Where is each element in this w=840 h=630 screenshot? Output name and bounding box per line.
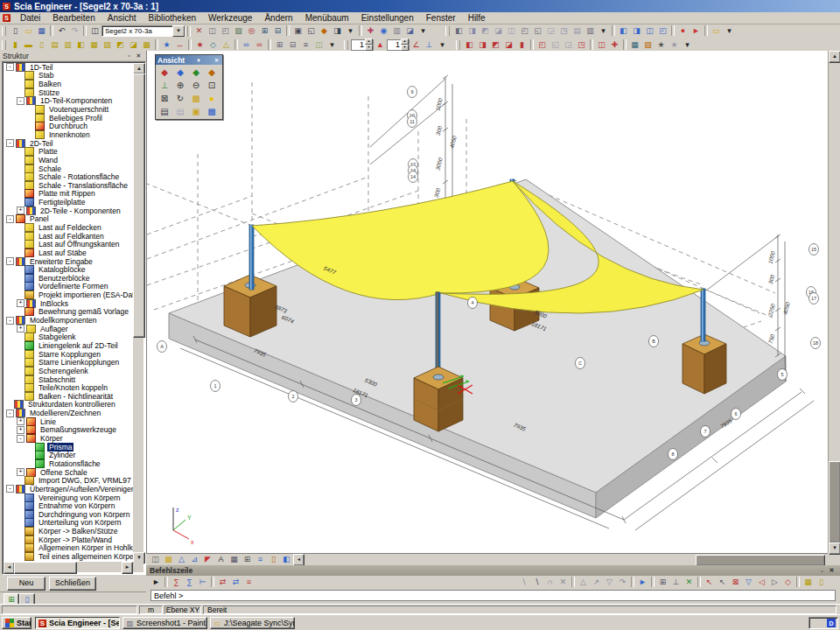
axis2-icon[interactable]: ∠ (410, 39, 423, 51)
pin-icon[interactable]: ▫ (817, 568, 827, 574)
grid3-icon[interactable]: ⊞ (241, 554, 254, 565)
expand-box-icon[interactable]: + (17, 426, 24, 434)
orbit-icon[interactable]: ↻ (172, 92, 188, 105)
props-icon[interactable]: ▥ (390, 25, 403, 37)
opening-icon[interactable]: ◩ (114, 39, 127, 51)
truss-icon[interactable]: ▤ (48, 39, 61, 51)
toolbar-grip[interactable] (2, 40, 6, 50)
tree-item[interactable]: Innenknoten (4, 130, 133, 139)
copy-icon[interactable]: ◫ (206, 25, 219, 37)
scroll-up-icon[interactable]: ▲ (829, 51, 840, 63)
cut-icon[interactable]: ✕ (192, 25, 206, 37)
wnd4-icon[interactable]: ◪ (492, 25, 505, 37)
tree-item[interactable]: -1D-Teil (4, 63, 133, 72)
line2-icon[interactable]: ∖ (530, 577, 543, 588)
befehlszeile-header[interactable]: Befehlszeile ▫ ✕ (146, 565, 840, 576)
mv1-icon[interactable]: ◰ (536, 39, 549, 51)
tree-item[interactable]: Körper -> Balken/Stütze (4, 527, 133, 536)
script-icon[interactable]: ≡ (254, 554, 267, 565)
cfg-dd-icon[interactable]: ▾ (681, 39, 694, 51)
screen-icon[interactable]: ◧ (280, 554, 293, 565)
close-icon[interactable]: ✕ (134, 52, 144, 60)
tree-item[interactable]: Schale (4, 164, 133, 173)
tree-item[interactable]: -Modellieren/Zeichnen (4, 409, 133, 417)
pointer-icon[interactable]: ► (150, 577, 163, 588)
tree-item[interactable]: Last auf Feldkanten (4, 232, 133, 241)
tree-item[interactable]: +InBlocks (4, 299, 133, 308)
tree-item[interactable]: Vereinigung von Körpern (4, 494, 133, 502)
snap7-icon[interactable]: ◇ (781, 577, 794, 588)
more2-dd-icon[interactable]: ▾ (416, 25, 430, 37)
taskbar-task-folder[interactable]: ▭J:\Seagate Sync\SyncRe... (210, 617, 295, 629)
status-unit[interactable]: m (139, 606, 163, 614)
tree-item[interactable]: Entnahme von Körpern (4, 501, 133, 510)
line1-icon[interactable]: ∖ (517, 577, 530, 588)
view-front-icon[interactable]: ◆ (157, 66, 172, 79)
mid-snap-icon[interactable]: ✕ (682, 577, 696, 588)
scroll-down-icon[interactable]: ▼ (829, 542, 840, 555)
package-icon[interactable]: ◆ (318, 25, 331, 37)
coord2-icon[interactable]: ⇄ (229, 577, 242, 588)
menu-menbaum[interactable]: Menübaum (299, 12, 355, 24)
mv4-icon[interactable]: ◳ (575, 39, 588, 51)
ucs2-icon[interactable]: ⊥ (423, 39, 436, 51)
ansicht-titlebar[interactable]: Ansicht ▾ ✕ (156, 55, 222, 65)
wnd8-icon[interactable]: ◲ (544, 25, 557, 37)
tree-item[interactable]: Durchbruch (4, 122, 133, 130)
tree-item[interactable]: Teile/Knoten koppeln (4, 383, 133, 392)
shade-cube-icon[interactable]: ▩ (162, 554, 175, 565)
wire-cube-icon[interactable]: ◫ (149, 554, 162, 565)
zoom-out-icon[interactable]: ⊖ (188, 79, 204, 92)
toolbar-grip[interactable] (344, 40, 348, 50)
bw-box-icon[interactable]: ▣ (188, 105, 204, 118)
snap4-icon[interactable]: ▽ (742, 577, 755, 588)
collapse-box-icon[interactable]: - (17, 97, 24, 105)
spin-up-icon[interactable]: ▲ (365, 38, 373, 45)
mod4-icon[interactable]: ◫ (312, 39, 326, 51)
menu-ndern[interactable]: Ändern (258, 12, 298, 24)
dot-icon[interactable]: ● (676, 25, 690, 37)
tree-item[interactable]: +Offene Schale (4, 468, 133, 477)
view-side-icon[interactable]: ◆ (172, 66, 188, 79)
label-icon[interactable]: ◤ (201, 554, 214, 565)
toolbar-grip[interactable] (2, 26, 6, 36)
tree-item[interactable]: Last auf Stäbe (4, 248, 133, 257)
toolbar-overflow-icon[interactable]: ◂ (293, 554, 304, 566)
tree-item[interactable]: Teil eines allgemeinen Körpers zu Ba (4, 552, 133, 561)
tree-item[interactable]: -Erweiterte Eingabe (4, 257, 133, 266)
plane-icon[interactable]: ◇ (206, 39, 220, 51)
folder-icon[interactable]: ▭ (710, 25, 723, 37)
tree-item[interactable]: Stabschnitt (4, 375, 133, 384)
tree-item[interactable]: Körper -> Platte/Wand (4, 536, 133, 544)
layer-spinner[interactable]: 1 ▲▼ (351, 39, 374, 51)
arc-icon[interactable]: ∩ (543, 577, 556, 588)
poly-icon[interactable]: △ (220, 39, 233, 51)
coord3-icon[interactable]: ≡ (242, 577, 256, 588)
mv3-icon[interactable]: ◲ (562, 39, 575, 51)
new-icon[interactable]: ▯ (9, 25, 22, 37)
info-icon[interactable]: ◪ (403, 25, 416, 37)
tree-item[interactable]: Import DWG, DXF, VRML97 (4, 476, 133, 485)
spider-icon[interactable]: ★ (193, 39, 206, 51)
table-icon[interactable]: ⊞ (258, 25, 271, 37)
move-node-icon[interactable]: ↔ (173, 39, 186, 51)
taskbar-task-scia[interactable]: SScia Engineer - [Segel... (35, 617, 120, 629)
tree-item[interactable]: Bewehrung gemäß Vorlage (4, 308, 133, 317)
redo-icon[interactable]: ↷ (68, 25, 81, 37)
chain2-icon[interactable]: ∞ (253, 39, 266, 51)
measure-icon[interactable]: ⊿ (188, 554, 201, 565)
link3-icon[interactable]: ◫ (643, 25, 656, 37)
text-icon[interactable]: A (214, 554, 228, 565)
wnd3-icon[interactable]: ◩ (479, 25, 492, 37)
printer2-icon[interactable]: ▦ (228, 554, 241, 565)
tree-item[interactable]: Scherengelenk (4, 367, 133, 375)
tree-item[interactable]: Allgemeinen Körper in Hohlkörper (4, 544, 133, 553)
wnd11-icon[interactable]: ▥ (584, 25, 597, 37)
zoom-all-icon[interactable]: ⊠ (157, 92, 172, 105)
expand-box-icon[interactable]: + (17, 299, 24, 307)
palette-close-icon[interactable]: ✕ (213, 57, 220, 63)
level-icon[interactable]: ▲ (374, 39, 387, 51)
zoom-doc-icon[interactable]: ◎ (245, 25, 258, 37)
toolbar-grip[interactable] (445, 26, 450, 36)
mod2-icon[interactable]: ⊟ (286, 39, 299, 51)
